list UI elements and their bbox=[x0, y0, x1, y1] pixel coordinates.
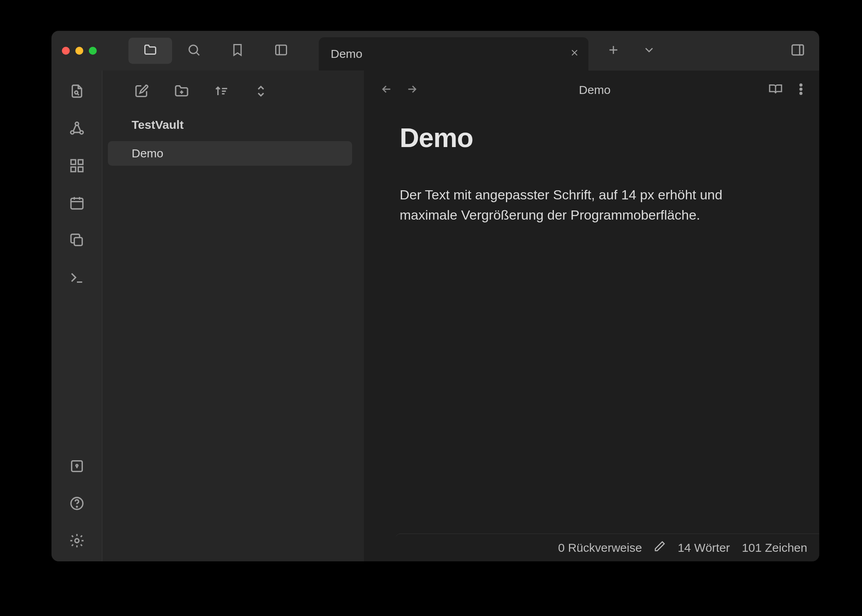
quick-switcher-button[interactable] bbox=[65, 82, 89, 102]
svg-rect-9 bbox=[71, 167, 76, 172]
pen-square-icon bbox=[134, 83, 150, 101]
svg-point-3 bbox=[75, 91, 78, 94]
pencil-icon bbox=[654, 540, 666, 555]
svg-point-17 bbox=[75, 539, 79, 543]
nav-forward-button[interactable] bbox=[403, 81, 421, 99]
status-chars[interactable]: 101 Zeichen bbox=[742, 541, 807, 555]
close-window-button[interactable] bbox=[62, 47, 70, 55]
svg-point-19 bbox=[800, 88, 802, 90]
new-folder-button[interactable] bbox=[174, 83, 190, 101]
new-note-button[interactable] bbox=[134, 83, 150, 101]
titlebar: Demo bbox=[52, 31, 819, 71]
arrow-right-icon bbox=[406, 83, 418, 97]
command-palette-button[interactable] bbox=[65, 268, 89, 289]
left-panel-toggle[interactable] bbox=[259, 38, 303, 64]
copy-icon bbox=[69, 232, 85, 250]
right-panel-toggle[interactable] bbox=[782, 38, 814, 64]
document-heading[interactable]: Demo bbox=[400, 122, 783, 153]
svg-point-4 bbox=[75, 122, 78, 125]
svg-point-14 bbox=[76, 465, 78, 467]
ribbon bbox=[52, 71, 102, 561]
canvas-button[interactable] bbox=[65, 156, 89, 177]
svg-point-20 bbox=[800, 92, 802, 94]
file-item-label: Demo bbox=[132, 147, 163, 160]
status-edit-mode[interactable] bbox=[654, 540, 666, 555]
svg-rect-11 bbox=[71, 198, 83, 209]
svg-point-18 bbox=[800, 84, 802, 86]
file-explorer-tab[interactable] bbox=[128, 38, 172, 64]
sort-button[interactable] bbox=[213, 83, 229, 101]
sidebar-right-icon bbox=[790, 42, 805, 59]
editor-content[interactable]: Demo Der Text mit angepasster Schrift, a… bbox=[364, 106, 819, 534]
chevrons-up-down-icon bbox=[253, 83, 269, 101]
editor-title[interactable]: Demo bbox=[428, 83, 761, 97]
ribbon-bottom bbox=[52, 457, 102, 552]
vault-name: TestVault bbox=[102, 109, 364, 138]
traffic-lights bbox=[52, 47, 109, 55]
svg-point-0 bbox=[189, 45, 197, 54]
search-icon bbox=[187, 43, 201, 59]
tab-close-button[interactable] bbox=[569, 47, 580, 61]
vault-button[interactable] bbox=[65, 457, 89, 477]
gear-icon bbox=[69, 533, 85, 550]
svg-rect-2 bbox=[792, 45, 804, 55]
terminal-icon bbox=[69, 270, 85, 287]
close-icon bbox=[569, 47, 580, 60]
tab-strip: Demo bbox=[319, 31, 782, 71]
document-body[interactable]: Der Text mit angepasster Schrift, auf 14… bbox=[400, 185, 725, 225]
explorer-toolbar bbox=[102, 71, 364, 109]
tab-label: Demo bbox=[331, 47, 362, 61]
templates-button[interactable] bbox=[65, 231, 89, 251]
new-tab-button[interactable] bbox=[596, 38, 631, 64]
svg-point-16 bbox=[77, 506, 77, 507]
graph-view-button[interactable] bbox=[65, 119, 89, 140]
svg-point-5 bbox=[71, 131, 74, 134]
svg-rect-12 bbox=[74, 237, 82, 245]
daily-note-button[interactable] bbox=[65, 193, 89, 214]
minimize-window-button[interactable] bbox=[75, 47, 83, 55]
editor-header-actions bbox=[768, 82, 808, 98]
folder-icon bbox=[143, 43, 157, 59]
tab-actions bbox=[588, 31, 667, 71]
svg-point-6 bbox=[80, 131, 83, 134]
ribbon-top bbox=[52, 82, 102, 289]
left-panel-switcher bbox=[109, 38, 303, 64]
collapse-button[interactable] bbox=[253, 83, 269, 101]
file-search-icon bbox=[69, 83, 85, 101]
book-open-icon bbox=[768, 91, 783, 98]
status-bar: 0 Rückverweise 14 Wörter 101 Zeichen bbox=[396, 534, 819, 561]
svg-rect-8 bbox=[78, 160, 83, 165]
arrow-left-icon bbox=[380, 83, 393, 97]
tab-demo[interactable]: Demo bbox=[319, 37, 588, 71]
sort-icon bbox=[213, 83, 229, 101]
svg-rect-7 bbox=[71, 160, 76, 165]
svg-rect-1 bbox=[276, 45, 287, 55]
status-words[interactable]: 14 Wörter bbox=[678, 541, 730, 555]
file-item-demo[interactable]: Demo bbox=[108, 141, 352, 166]
file-explorer: TestVault Demo bbox=[102, 71, 364, 561]
settings-button[interactable] bbox=[65, 531, 89, 552]
folder-plus-icon bbox=[174, 83, 190, 101]
help-button[interactable] bbox=[65, 494, 89, 515]
plus-icon bbox=[607, 43, 620, 58]
vault-icon bbox=[69, 458, 85, 476]
editor-header: Demo bbox=[364, 71, 819, 106]
bookmark-icon bbox=[230, 43, 245, 59]
bookmarks-tab[interactable] bbox=[216, 38, 259, 64]
grid-icon bbox=[69, 158, 85, 175]
more-options-button[interactable] bbox=[794, 82, 808, 98]
calendar-icon bbox=[69, 195, 85, 212]
app-body: TestVault Demo Demo bbox=[52, 71, 819, 561]
maximize-window-button[interactable] bbox=[89, 47, 97, 55]
svg-rect-10 bbox=[78, 167, 83, 172]
chevron-down-icon bbox=[642, 43, 656, 58]
search-tab[interactable] bbox=[172, 38, 216, 64]
reading-view-button[interactable] bbox=[768, 82, 783, 98]
status-backlinks[interactable]: 0 Rückverweise bbox=[558, 541, 642, 555]
graph-icon bbox=[69, 121, 85, 138]
nav-back-button[interactable] bbox=[377, 81, 396, 99]
sidebar-left-icon bbox=[274, 43, 288, 59]
tab-dropdown-button[interactable] bbox=[631, 38, 667, 64]
help-icon bbox=[69, 495, 85, 513]
more-vertical-icon bbox=[794, 91, 808, 98]
